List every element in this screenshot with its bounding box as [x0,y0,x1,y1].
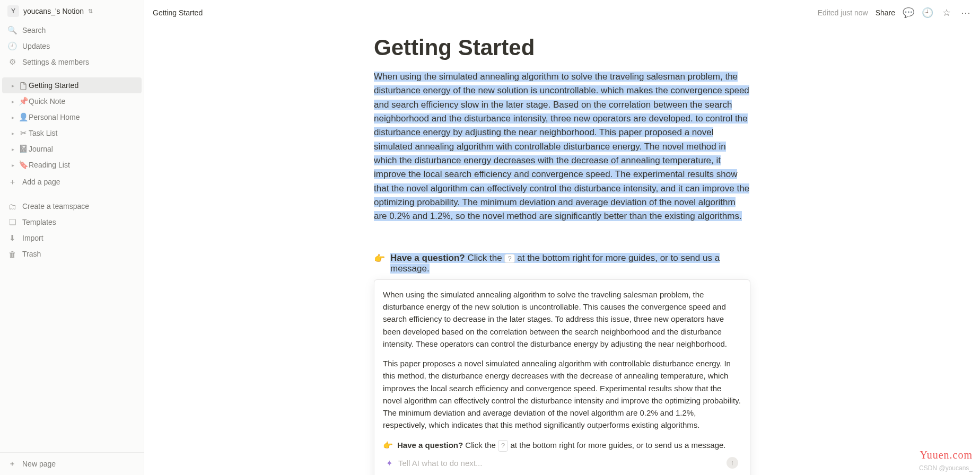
teamspace-icon: 🗂 [7,202,17,211]
chevron-right-icon[interactable]: ▸ [7,162,18,168]
trash-icon: 🗑 [7,250,17,259]
chevron-right-icon[interactable]: ▸ [7,115,18,120]
ai-paragraph-2[interactable]: This paper proposes a novel simulated an… [383,357,741,432]
ai-question-bold: Have a question? [397,441,463,450]
search-button[interactable]: 🔍Search [0,22,144,38]
watermark-csdn: CSDN @youcans_ [919,464,973,472]
page-label: Getting Started [29,81,78,90]
page-label: Reading List [29,161,70,169]
pin-icon: 📌 [18,96,29,106]
templates-button[interactable]: ❏Templates [0,214,144,230]
page-label: Journal [29,145,53,153]
add-page-label: Add a page [22,178,60,186]
edited-status: Edited just now [818,8,868,17]
ai-paragraph-1[interactable]: When using the simulated annealing algor… [383,288,741,350]
trash-label: Trash [22,250,41,258]
gear-icon: ⚙ [7,57,17,67]
updates-label: Updates [22,42,50,50]
page-label: Task List [29,129,57,137]
pointing-hand-icon: 👉 [374,253,385,274]
sidebar-page-journal[interactable]: ▸📓Journal [2,141,142,157]
sidebar-page-getting-started[interactable]: ▸Getting Started [2,77,142,93]
sidebar: Y youcans_'s Notion ⇅ 🔍Search 🕘Updates ⚙… [0,0,144,475]
bookmark-icon: 🔖 [18,160,29,170]
sidebar-page-reading-list[interactable]: ▸🔖Reading List [2,157,142,173]
workspace-switcher[interactable]: Y youcans_'s Notion ⇅ [0,0,144,22]
settings-button[interactable]: ⚙Settings & members [0,54,144,70]
workspace-name: youcans_'s Notion [23,7,84,15]
import-label: Import [22,234,43,242]
chevron-right-icon[interactable]: ▸ [7,146,18,152]
create-teamspace-button[interactable]: 🗂Create a teamspace [0,198,144,214]
question-mark-badge: ? [498,440,508,452]
submit-up-icon[interactable]: ↑ [727,457,738,469]
topbar: Getting Started Edited just now Share 💬 … [144,0,980,25]
updates-button[interactable]: 🕘Updates [0,38,144,54]
ai-input-row: ✦ ↑ [383,452,741,472]
book-icon: 📓 [18,144,29,154]
watermark-brand: Yuuen.com [920,449,973,461]
new-page-button[interactable]: ＋New page [0,453,144,475]
ai-followup-input[interactable] [398,459,721,468]
doc-icon [18,81,29,90]
plus-icon: ＋ [8,459,16,469]
question-text-a: Click the [465,253,505,263]
chevron-right-icon[interactable]: ▸ [7,99,18,104]
sidebar-page-task-list[interactable]: ▸✂Task List [2,125,142,141]
chevron-updown-icon: ⇅ [88,8,93,15]
templates-label: Templates [22,218,56,226]
document: Getting Started When using the simulated… [326,25,798,475]
search-label: Search [22,26,46,34]
chevron-right-icon[interactable]: ▸ [7,130,18,136]
ai-question-b: at the bottom right for more guides, or … [508,441,725,450]
favorite-icon[interactable]: ☆ [941,7,952,19]
import-button[interactable]: ⬇Import [0,230,144,246]
main: Getting Started Edited just now Share 💬 … [144,0,980,475]
ai-question-a: Click the [463,441,498,450]
plus-icon: ＋ [7,177,17,187]
templates-icon: ❏ [7,217,17,227]
page-tree: ▸Getting Started ▸📌Quick Note ▸👤Personal… [0,77,144,190]
sparkle-icon: ✦ [386,457,393,469]
highlighted-text: When using the simulated annealing algor… [374,72,749,221]
workspace-avatar: Y [7,5,19,17]
trash-button[interactable]: 🗑Trash [0,246,144,262]
content: Getting Started When using the simulated… [144,25,980,475]
settings-label: Settings & members [22,58,89,66]
ai-response-panel: When using the simulated annealing algor… [374,279,750,475]
page-label: Quick Note [29,97,65,105]
question-callout[interactable]: 👉 Have a question? Click the ? at the bo… [374,253,750,274]
import-icon: ⬇ [7,233,17,243]
scissors-icon: ✂ [18,128,29,138]
question-mark-badge: ? [504,254,514,263]
pointing-hand-icon: 👉 [383,439,393,451]
updates-icon[interactable]: 🕘 [922,7,933,19]
sidebar-page-personal-home[interactable]: ▸👤Personal Home [2,109,142,125]
ai-question-row: 👉 Have a question? Click the ? at the bo… [383,439,741,452]
person-icon: 👤 [18,112,29,122]
search-icon: 🔍 [7,25,17,35]
more-icon[interactable]: ⋯ [960,7,972,19]
teamspace-label: Create a teamspace [22,202,89,210]
clock-icon: 🕘 [7,41,17,51]
chevron-right-icon[interactable]: ▸ [7,83,18,89]
question-bold: Have a question? [390,253,465,263]
share-button[interactable]: Share [876,8,895,17]
new-page-label: New page [22,460,56,468]
body-paragraph[interactable]: When using the simulated annealing algor… [374,70,750,224]
page-title[interactable]: Getting Started [374,35,750,60]
sidebar-page-quick-note[interactable]: ▸📌Quick Note [2,93,142,109]
breadcrumb[interactable]: Getting Started [153,8,203,17]
comments-icon[interactable]: 💬 [903,7,914,19]
page-label: Personal Home [29,113,80,121]
add-page-button[interactable]: ＋Add a page [0,174,144,190]
